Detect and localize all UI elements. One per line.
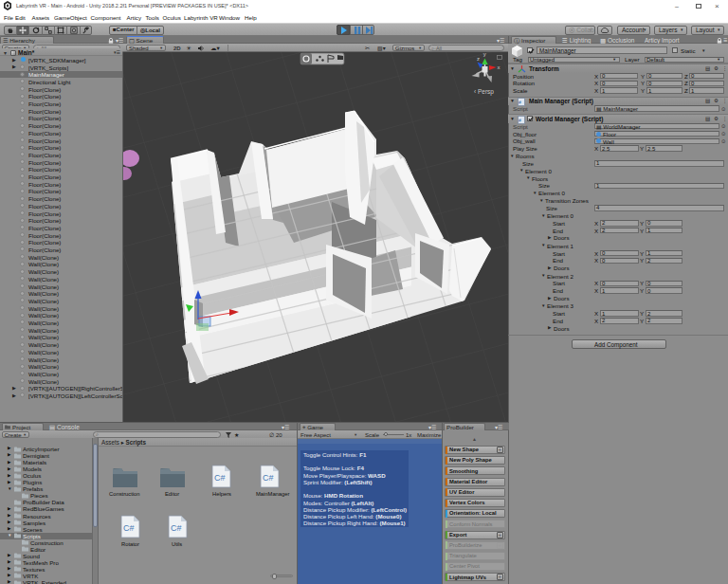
svg-text:C#: C#	[171, 523, 182, 533]
svg-text:‹ Persp: ‹ Persp	[474, 88, 494, 96]
svg-text:#: #	[519, 117, 521, 122]
svg-text:C#: C#	[123, 523, 135, 533]
svg-text:x: x	[498, 64, 500, 70]
svg-text:C#: C#	[263, 473, 274, 483]
svg-text:y: y	[483, 52, 486, 57]
svg-text:#: #	[519, 100, 521, 105]
svg-text:z: z	[477, 56, 480, 62]
svg-text:C#: C#	[214, 473, 226, 483]
